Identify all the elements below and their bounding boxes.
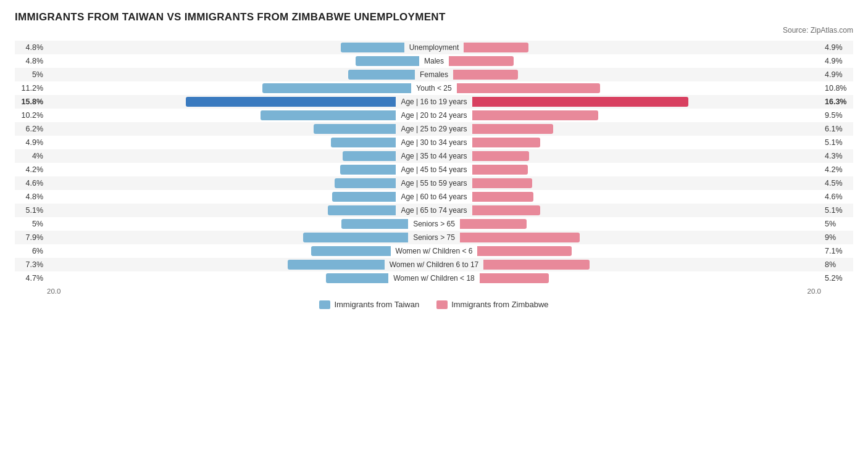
bar-row: Females [47,70,821,80]
bar-label: Age | 60 to 64 years [396,192,472,201]
bar-label: Age | 16 to 19 years [396,97,472,106]
table-row: 15.8% Age | 16 to 19 years 16.3% [15,95,853,109]
axis-right-label: 20.0 [807,287,821,295]
bar-area: Males [47,56,821,66]
bar-left-wrap [47,233,408,242]
table-row: 4.9% Age | 30 to 34 years 5.1% [15,136,853,149]
bar-pink [483,260,590,270]
bar-left-wrap [47,219,408,229]
bar-blue [356,56,419,66]
left-value: 4.8% [15,192,47,201]
legend-label-taiwan: Immigrants from Taiwan [334,300,419,309]
left-value: 5% [15,220,47,228]
bar-left-wrap [47,205,396,215]
bar-blue [341,219,408,229]
bar-blue [332,192,396,202]
bar-pink [449,56,514,66]
bar-pink [472,178,532,188]
bar-right-wrap [457,83,821,93]
bar-label: Unemployment [404,43,464,52]
bar-row: Age | 30 to 34 years [47,138,821,147]
bar-pink [477,246,572,256]
bar-right-wrap [472,138,821,147]
right-value: 10.8% [821,84,853,93]
bar-blue [328,205,396,215]
legend-box-taiwan [319,300,330,309]
bar-area: Women w/ Children < 18 [47,273,821,283]
bar-pink [460,219,527,229]
bar-label: Males [419,57,449,65]
table-row: 5% Seniors > 65 5% [15,217,853,231]
right-value: 9% [821,233,853,242]
right-value: 7.1% [821,247,853,255]
bar-right-wrap [460,219,821,229]
bar-right-wrap [472,192,821,202]
bar-blue [348,70,415,80]
bar-label: Age | 55 to 59 years [396,179,472,188]
right-value: 4.6% [821,192,853,201]
bar-right-wrap [460,233,821,242]
right-value: 4.2% [821,165,853,174]
bar-pink [472,205,540,215]
bar-right-wrap [483,260,821,270]
bar-pink [460,233,580,242]
bar-pink [472,151,529,161]
bar-row: Women w/ Children 6 to 17 [47,260,821,270]
left-value: 5% [15,70,47,79]
bar-label: Women w/ Children < 6 [391,247,478,255]
left-value: 7.9% [15,233,47,242]
right-value: 4.9% [821,57,853,65]
bar-label: Age | 35 to 44 years [396,152,472,160]
bar-label: Females [415,70,453,79]
bar-blue [331,138,396,147]
bar-right-wrap [449,56,821,66]
bar-row: Youth < 25 [47,83,821,93]
table-row: 10.2% Age | 20 to 24 years 9.5% [15,109,853,122]
right-value: 9.5% [821,111,853,120]
bar-row: Seniors > 65 [47,219,821,229]
bar-left-wrap [47,110,396,120]
left-value: 10.2% [15,111,47,120]
bar-area: Age | 25 to 29 years [47,124,821,134]
right-value: 4.9% [821,70,853,79]
chart-title: IMMIGRANTS FROM TAIWAN VS IMMIGRANTS FRO… [15,11,853,23]
bar-left-wrap [47,273,388,283]
legend-item-taiwan: Immigrants from Taiwan [319,300,419,309]
bar-area: Seniors > 65 [47,219,821,229]
bar-row: Unemployment [47,43,821,52]
bar-right-wrap [472,178,821,188]
bar-pink [453,70,518,80]
legend-item-zimbabwe: Immigrants from Zimbabwe [436,300,548,309]
table-row: 6% Women w/ Children < 6 7.1% [15,244,853,258]
bar-blue [343,151,396,161]
bar-row: Males [47,56,821,66]
bar-area: Women w/ Children < 6 [47,246,821,256]
bar-row: Age | 60 to 64 years [47,192,821,202]
bar-pink [472,165,528,175]
table-row: 5.1% Age | 65 to 74 years 5.1% [15,204,853,217]
bar-blue [261,110,396,120]
left-value: 6.2% [15,125,47,133]
left-value: 4.8% [15,43,47,52]
left-value: 7.3% [15,260,47,269]
left-value: 4.6% [15,179,47,188]
table-row: 4.8% Males 4.9% [15,54,853,68]
table-row: 4.2% Age | 45 to 54 years 4.2% [15,163,853,176]
bar-right-wrap [472,205,821,215]
bar-area: Unemployment [47,43,821,52]
bar-left-wrap [47,165,396,175]
bar-area: Age | 30 to 34 years [47,138,821,147]
left-value: 6% [15,247,47,255]
table-row: 11.2% Youth < 25 10.8% [15,81,853,95]
bar-label: Age | 30 to 34 years [396,138,472,147]
bar-label: Women w/ Children < 18 [388,274,480,283]
bar-right-wrap [472,124,821,134]
right-value: 5.2% [821,274,853,283]
bar-right-wrap [464,43,821,52]
right-value: 16.3% [821,97,853,106]
bar-row: Age | 20 to 24 years [47,110,821,120]
bar-left-wrap [47,56,419,66]
bar-right-wrap [453,70,821,80]
table-row: 4% Age | 35 to 44 years 4.3% [15,149,853,163]
bar-left-wrap [47,97,396,107]
